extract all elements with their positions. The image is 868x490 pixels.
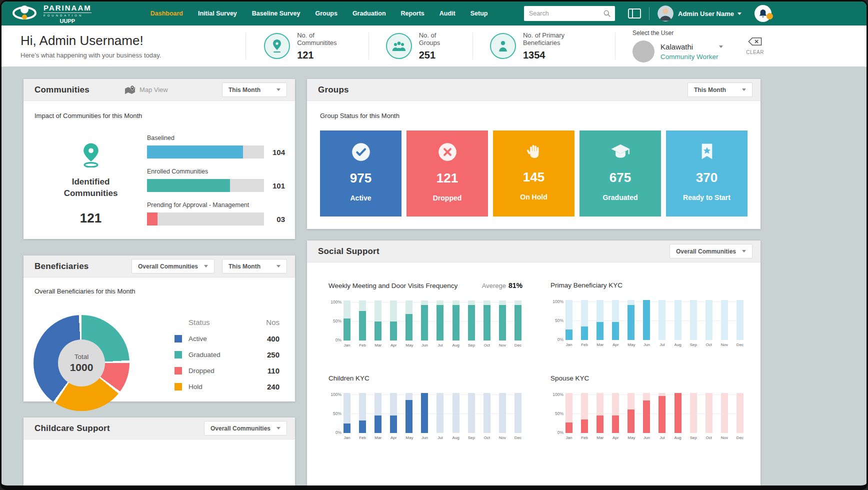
check-circle-icon [352, 142, 370, 164]
map-view-label: Map View [140, 86, 168, 94]
social-charts-row: Children KYC0%50%100%JanFebMarAprMayJunJ… [328, 374, 760, 440]
beneficiaries-period-filter[interactable]: This Month [222, 259, 287, 274]
bar-label: Baselined [147, 134, 285, 142]
donut-total-label: Total [74, 353, 89, 360]
legend-status-header: Status [188, 318, 266, 326]
x-axis-tick: Feb [581, 436, 588, 440]
stat-label: No. of Groups [419, 32, 456, 46]
bar-track [514, 300, 522, 340]
legend-row: Active400 [174, 334, 280, 343]
user-menu[interactable]: Admin User Name [678, 10, 742, 18]
bar [344, 318, 350, 340]
main-nav-menu: DashboardInitial SurveyBaseline SurveyGr… [150, 10, 488, 17]
select-user-block: Select the User Kalawathi Community Work… [632, 30, 723, 62]
x-axis-tick: Nov [721, 436, 728, 440]
nav-item-audit[interactable]: Audit [440, 10, 456, 17]
y-axis-tick: 50% [550, 318, 564, 323]
childcare-card: Childcare Support Overall Communities [24, 418, 295, 488]
nav-item-dashboard[interactable]: Dashboard [150, 10, 183, 17]
notifications-button[interactable] [754, 5, 772, 22]
backspace-icon [748, 37, 762, 46]
brand-text: PARINAAM FOUNDATION UUPP [44, 4, 92, 24]
bar-track [612, 393, 619, 433]
bar-track [566, 300, 572, 340]
nav-item-graduation[interactable]: Graduation [352, 10, 386, 17]
x-axis-tick: Mar [374, 343, 382, 348]
person-icon [490, 33, 516, 59]
bar [581, 420, 588, 433]
x-axis-tick: Jun [643, 436, 650, 440]
bar-track [581, 393, 588, 433]
x-axis-tick: Mar [596, 342, 604, 347]
selected-user-dropdown[interactable]: Kalawathi Community Worker [660, 42, 723, 60]
bar [452, 305, 460, 340]
bar [359, 420, 366, 433]
nav-item-reports[interactable]: Reports [401, 10, 424, 17]
x-axis-tick: Nov [499, 436, 506, 440]
x-axis-tick: Aug [674, 342, 682, 347]
location-pin-icon [264, 33, 290, 59]
x-axis-tick: Apr [390, 343, 397, 348]
nav-item-baseline-survey[interactable]: Baseline Survey [252, 10, 300, 17]
bar [374, 416, 382, 433]
bar-track [674, 300, 682, 340]
bar-track [581, 300, 588, 340]
stat-no-of-communitites: No. of Communitites121 [264, 32, 368, 61]
selected-user-role: Community Worker [660, 53, 723, 60]
nav-item-initial-survey[interactable]: Initial Survey [198, 10, 237, 17]
chevron-down-icon [276, 88, 280, 91]
social-scope-filter[interactable]: Overall Communities [670, 244, 752, 258]
brand-logo[interactable]: PARINAAM FOUNDATION UUPP [12, 4, 92, 24]
legend-value: 400 [258, 334, 280, 343]
bar-track [721, 300, 728, 340]
bar [643, 300, 650, 340]
stat-label: No. of Communitites [297, 32, 352, 46]
social-card-title: Social Support [318, 246, 380, 256]
y-axis-tick: 0% [328, 430, 342, 435]
search-icon[interactable] [603, 10, 611, 20]
chart-bars-area [344, 300, 522, 340]
x-axis-tick: Nov [499, 343, 506, 348]
bar-track [690, 300, 697, 340]
bar-track [374, 300, 382, 340]
bar [581, 326, 588, 340]
map-view-button[interactable]: Map View [124, 85, 168, 95]
stat-no-of-groups: No. of Groups251 [386, 32, 472, 61]
tile-label: Dropped [433, 194, 462, 202]
childcare-scope-filter[interactable]: Overall Communities [204, 421, 287, 436]
x-axis-tick: Feb [359, 343, 366, 348]
selected-user-name: Kalawathi [660, 42, 693, 51]
bar [566, 422, 572, 433]
x-axis-tick: Dec [514, 343, 522, 348]
beneficiaries-subtitle: Overall Beneficiaries for this Month [34, 288, 284, 295]
groups-period-filter[interactable]: This Month [688, 82, 752, 97]
bar [612, 416, 619, 433]
nav-item-setup[interactable]: Setup [470, 10, 488, 17]
chart-title-row: Spouse KYC [550, 374, 744, 382]
x-axis-tick: Jan [344, 436, 350, 440]
search-input[interactable] [524, 6, 615, 21]
chart-average: Averege81% [482, 282, 522, 290]
bookmark-star-icon [699, 142, 715, 163]
header-divider [368, 32, 369, 60]
groups-card-title: Groups [318, 85, 349, 95]
communities-subtitle: Impact of Communities for this Month [34, 112, 284, 120]
stat-text: No. of Communitites121 [297, 32, 352, 61]
beneficiaries-scope-filter[interactable]: Overall Communities [132, 259, 214, 274]
social-support-card: Social Support Overall Communities Weekl… [307, 240, 760, 488]
chart-bars-area [344, 393, 522, 433]
clear-user-button[interactable]: CLEAR [746, 37, 764, 55]
legend-label: Graduated [188, 351, 258, 358]
x-axis-tick: Jun [643, 342, 650, 347]
communities-period-filter[interactable]: This Month [222, 82, 287, 97]
user-avatar[interactable] [658, 6, 674, 22]
legend-swatch [174, 383, 182, 390]
tile-label: On Hold [520, 193, 547, 201]
nav-item-groups[interactable]: Groups [315, 10, 337, 17]
chart-spouse-kyc: Spouse KYC0%50%100%JanFebMarAprMayJunJul… [550, 374, 750, 440]
x-axis-tick: Feb [359, 436, 366, 440]
layout-panels-icon[interactable] [628, 8, 641, 18]
bar-track [406, 300, 412, 340]
groups-subtitle: Group Status for this Month [320, 112, 748, 120]
selected-user-avatar [632, 40, 654, 62]
